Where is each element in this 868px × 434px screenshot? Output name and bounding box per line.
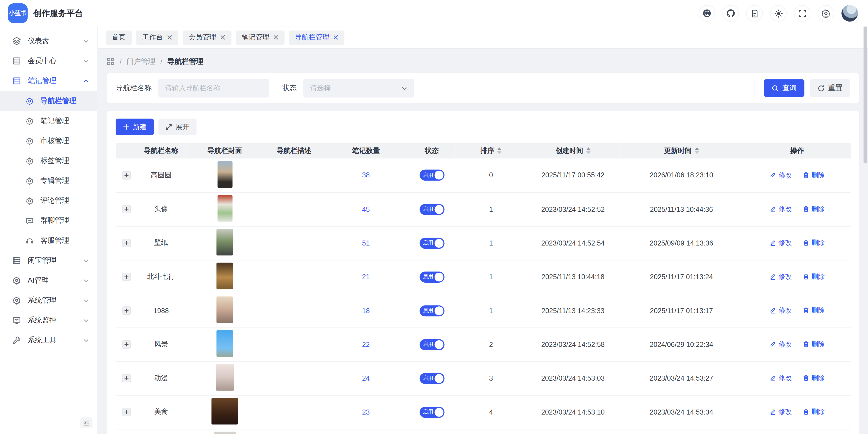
reset-button[interactable]: 重置 [810, 79, 850, 97]
document-icon[interactable] [746, 5, 763, 22]
row-cover-image[interactable] [217, 229, 233, 256]
github-icon[interactable] [722, 5, 739, 22]
row-cover-image[interactable] [217, 195, 232, 222]
delete-link[interactable]: 删除 [802, 238, 825, 248]
row-note-count-link[interactable]: 21 [362, 273, 370, 281]
toggle-knob [434, 306, 443, 315]
row-expand-button[interactable] [122, 273, 130, 281]
tab-note-management[interactable]: 笔记管理 [236, 30, 284, 45]
row-cover-image[interactable] [217, 263, 233, 289]
row-note-count-link[interactable]: 24 [362, 374, 370, 382]
tab-home[interactable]: 首页 [106, 30, 132, 45]
sidebar-item-member-center[interactable]: 会员中心 [0, 51, 97, 71]
row-cover-image[interactable] [214, 432, 236, 434]
user-avatar[interactable] [841, 5, 858, 22]
sidebar-subitem-service[interactable]: 客服管理 [0, 231, 97, 251]
gitee-icon[interactable] [699, 5, 715, 22]
grid-icon[interactable] [107, 58, 115, 65]
row-cover-image[interactable] [217, 161, 232, 188]
row-expand-button[interactable] [122, 171, 130, 179]
row-note-count-link[interactable]: 45 [362, 205, 370, 213]
tab-member-management[interactable]: 会员管理 [182, 30, 231, 45]
fullscreen-icon[interactable] [794, 5, 810, 22]
delete-link[interactable]: 删除 [802, 373, 825, 383]
sidebar-subitem-review[interactable]: 审核管理 [0, 131, 97, 151]
sidebar-subitem-navbar-management[interactable]: 导航栏管理 [0, 91, 97, 111]
tab-workbench[interactable]: 工作台 [136, 30, 178, 45]
delete-link[interactable]: 删除 [802, 340, 825, 349]
close-icon[interactable] [333, 35, 338, 40]
row-note-count-link[interactable]: 51 [362, 239, 370, 247]
row-expand-button[interactable] [122, 239, 130, 247]
row-cover-image[interactable] [216, 364, 234, 391]
status-toggle[interactable]: 启用 [419, 271, 444, 282]
row-sort: 3 [456, 361, 526, 395]
row-cover-image[interactable] [217, 296, 233, 323]
row-expand-button[interactable] [122, 340, 130, 349]
status-toggle[interactable]: 启用 [419, 373, 444, 384]
status-toggle[interactable]: 启用 [419, 170, 444, 181]
page-scrollbar[interactable] [864, 17, 867, 163]
sidebar-item-ai[interactable]: AI管理 [0, 270, 97, 290]
row-note-count-link[interactable]: 22 [362, 341, 370, 348]
edit-link[interactable]: 修改 [770, 170, 792, 180]
status-toggle[interactable]: 启用 [419, 305, 444, 316]
navbar-name-input[interactable] [158, 79, 269, 97]
sidebar-item-note-management[interactable]: 笔记管理 [0, 71, 97, 91]
sidebar-item-system-tools[interactable]: 系统工具 [0, 330, 97, 350]
tab-navbar-management[interactable]: 导航栏管理 [289, 30, 344, 45]
row-expand-button[interactable] [122, 205, 130, 213]
close-icon[interactable] [273, 35, 278, 40]
theme-sun-icon[interactable] [770, 5, 786, 22]
delete-link[interactable]: 删除 [802, 407, 825, 416]
sidebar-item-dashboard[interactable]: 仪表盘 [0, 31, 97, 51]
sidebar-subitem-tag[interactable]: 标签管理 [0, 151, 97, 171]
delete-link[interactable]: 删除 [802, 272, 825, 282]
edit-link[interactable]: 修改 [770, 306, 792, 315]
sidebar-item-system-monitor[interactable]: 系统监控 [0, 310, 97, 330]
sidebar-item-system-management[interactable]: 系统管理 [0, 290, 97, 310]
col-created[interactable]: 创建时间 [526, 143, 619, 158]
sidebar-subitem-comment[interactable]: 评论管理 [0, 191, 97, 210]
sidebar-subitem-album[interactable]: 专辑管理 [0, 171, 97, 191]
edit-link[interactable]: 修改 [770, 373, 792, 383]
row-note-count-link[interactable]: 23 [362, 408, 370, 416]
row-note-count-link[interactable]: 38 [362, 171, 370, 179]
edit-link[interactable]: 修改 [770, 238, 792, 248]
row-cover-image[interactable] [212, 398, 238, 425]
sidebar-subitem-note[interactable]: 笔记管理 [0, 111, 97, 131]
row-expand-button[interactable] [122, 307, 130, 315]
edit-link[interactable]: 修改 [770, 340, 792, 349]
create-button[interactable]: 新建 [116, 119, 154, 135]
status-toggle[interactable]: 启用 [419, 339, 444, 350]
delete-link[interactable]: 删除 [802, 170, 825, 180]
status-toggle[interactable]: 启用 [419, 237, 444, 249]
sidebar-collapse-button[interactable] [80, 417, 92, 428]
sidebar-item-xianbao[interactable]: 闲宝管理 [0, 251, 97, 270]
delete-link[interactable]: 删除 [802, 204, 825, 214]
status-toggle-label: 启用 [423, 172, 433, 179]
delete-link[interactable]: 删除 [802, 306, 825, 315]
edit-link[interactable]: 修改 [770, 272, 792, 282]
expand-all-button[interactable]: 展开 [158, 119, 196, 135]
status-toggle[interactable]: 启用 [419, 406, 444, 417]
top-header: 小蓝书 创作服务平台 [0, 0, 868, 27]
status-select[interactable]: 请选择 [303, 79, 414, 97]
row-expand-button[interactable] [122, 408, 130, 416]
col-sort[interactable]: 排序 [456, 143, 526, 158]
col-updated[interactable]: 更新时间 [619, 143, 743, 158]
close-icon[interactable] [167, 35, 172, 40]
settings-gear-icon[interactable] [817, 5, 834, 22]
search-button[interactable]: 查询 [764, 79, 804, 97]
row-cover-image[interactable] [217, 330, 233, 357]
edit-link[interactable]: 修改 [770, 204, 792, 214]
breadcrumb-portal[interactable]: 门户管理 [127, 57, 155, 66]
status-toggle[interactable]: 启用 [419, 204, 444, 215]
close-icon[interactable] [220, 35, 225, 40]
edit-link[interactable]: 修改 [770, 407, 792, 416]
delete-link-label: 删除 [811, 340, 825, 349]
sidebar-subitem-groupchat[interactable]: 群聊管理 [0, 211, 97, 231]
row-note-count-link[interactable]: 18 [362, 307, 370, 315]
chevron-up-icon [83, 78, 89, 84]
row-expand-button[interactable] [122, 374, 130, 382]
